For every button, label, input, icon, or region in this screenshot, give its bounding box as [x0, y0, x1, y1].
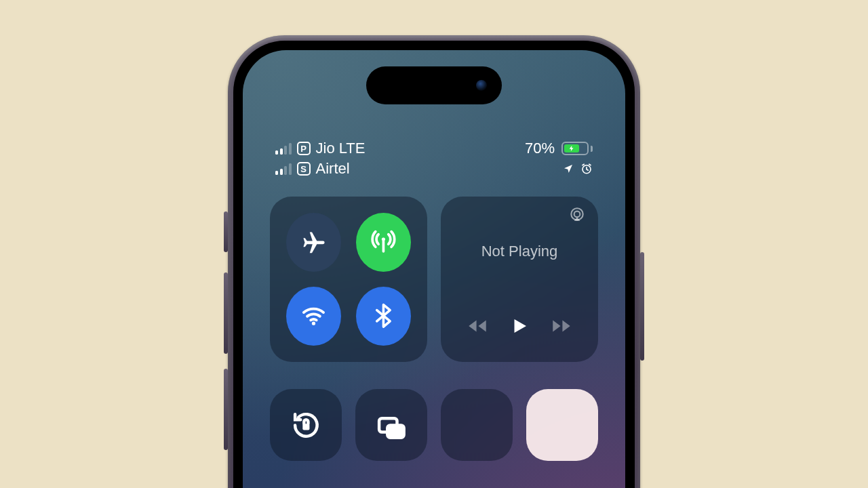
alarm-icon	[580, 163, 593, 175]
media-tile[interactable]: Not Playing	[441, 197, 598, 362]
phone-frame: P Jio LTE 70%	[228, 35, 640, 488]
media-status-label: Not Playing	[453, 243, 586, 260]
battery-icon	[561, 142, 593, 155]
carrier-secondary-label: Airtel	[316, 160, 350, 178]
wifi-icon	[300, 302, 327, 330]
screen-mirroring-icon	[375, 409, 408, 442]
signal-bars-icon	[275, 163, 292, 175]
screen-mirroring-button[interactable]	[355, 389, 427, 461]
bluetooth-icon	[370, 302, 397, 330]
play-button[interactable]	[509, 314, 530, 340]
airplane-icon	[300, 228, 327, 257]
brightness-slider[interactable]	[526, 389, 598, 461]
wifi-toggle[interactable]	[286, 287, 341, 346]
location-icon	[563, 163, 574, 174]
charging-bolt-icon	[568, 144, 575, 153]
cellular-data-toggle[interactable]	[356, 213, 411, 272]
play-icon	[509, 314, 530, 338]
rewind-button[interactable]	[466, 314, 489, 340]
svg-point-2	[312, 322, 315, 325]
battery-percent-label: 70%	[525, 140, 555, 157]
dynamic-island	[366, 66, 502, 104]
extra-tile-1[interactable]	[441, 389, 513, 461]
svg-point-1	[382, 237, 385, 241]
airplay-icon[interactable]	[568, 206, 586, 224]
fast-forward-button[interactable]	[550, 314, 573, 340]
rewind-icon	[466, 314, 489, 338]
front-camera	[476, 80, 487, 91]
screen: P Jio LTE 70%	[243, 50, 625, 488]
sim-tag-secondary: S	[297, 162, 311, 176]
airplane-mode-toggle[interactable]	[286, 213, 341, 272]
status-secondary-carrier: S Airtel	[275, 160, 350, 178]
connectivity-tile[interactable]	[270, 197, 427, 362]
orientation-lock-toggle[interactable]	[270, 389, 342, 461]
svg-rect-7	[387, 425, 403, 437]
svg-point-4	[574, 211, 580, 218]
orientation-lock-icon	[290, 409, 323, 442]
bluetooth-toggle[interactable]	[356, 287, 411, 346]
sim-tag-primary: P	[297, 142, 311, 155]
signal-bars-icon	[275, 143, 292, 155]
carrier-primary-label: Jio LTE	[316, 140, 366, 157]
fast-forward-icon	[550, 314, 573, 338]
antenna-icon	[370, 228, 397, 257]
status-primary-carrier: P Jio LTE	[275, 140, 365, 157]
